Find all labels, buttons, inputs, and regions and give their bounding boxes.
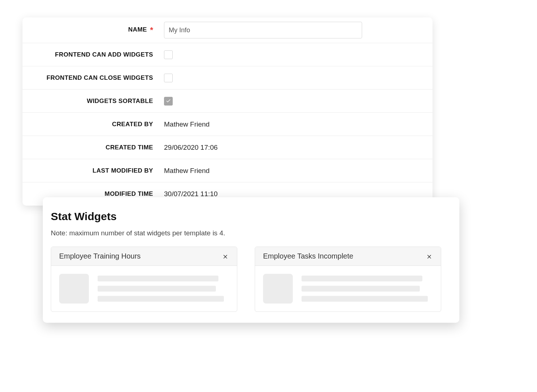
label-cell: NAME * bbox=[22, 25, 160, 35]
row-created-by: CREATED BY Mathew Friend bbox=[22, 113, 433, 136]
stat-widgets-title: Stat Widgets bbox=[51, 210, 451, 223]
modified-time-value: 30/07/2021 11:10 bbox=[164, 190, 218, 198]
stat-cards-row: Employee Training Hours Employee Tasks I… bbox=[51, 247, 451, 312]
label-cell: CREATED BY bbox=[22, 121, 160, 128]
created-by-label: CREATED BY bbox=[112, 121, 153, 128]
name-input[interactable] bbox=[164, 22, 362, 38]
skeleton-line bbox=[302, 276, 422, 281]
can-close-widgets-label: FRONTEND CAN CLOSE WIDGETS bbox=[46, 74, 153, 81]
stat-card: Employee Tasks Incomplete bbox=[255, 247, 441, 312]
skeleton-line bbox=[98, 276, 218, 281]
stat-card-body bbox=[255, 266, 441, 311]
created-by-value: Mathew Friend bbox=[164, 120, 210, 128]
dashboard-template-form: NAME * FRONTEND CAN ADD WIDGETS FRONTEND… bbox=[22, 17, 433, 206]
row-last-modified-by: LAST MODIFIED BY Mathew Friend bbox=[22, 159, 433, 182]
x-icon bbox=[222, 253, 228, 259]
value-cell: Mathew Friend bbox=[160, 120, 433, 128]
stat-widgets-note: Note: maximum number of stat widgets per… bbox=[51, 229, 451, 237]
last-modified-by-label: LAST MODIFIED BY bbox=[93, 167, 153, 174]
stat-card-title: Employee Tasks Incomplete bbox=[263, 252, 353, 260]
last-modified-by-value: Mathew Friend bbox=[164, 167, 210, 175]
modified-time-label: MODIFIED TIME bbox=[104, 190, 153, 197]
value-cell bbox=[160, 22, 433, 38]
skeleton-lines bbox=[98, 276, 229, 302]
skeleton-thumb bbox=[263, 274, 293, 304]
label-cell: WIDGETS SORTABLE bbox=[22, 98, 160, 105]
can-add-widgets-checkbox[interactable] bbox=[164, 50, 173, 59]
widgets-sortable-label: WIDGETS SORTABLE bbox=[87, 98, 153, 104]
required-star-icon: * bbox=[150, 25, 153, 34]
label-cell: LAST MODIFIED BY bbox=[22, 167, 160, 174]
skeleton-thumb bbox=[59, 274, 89, 304]
created-time-label: CREATED TIME bbox=[106, 144, 153, 151]
stat-card-header: Employee Tasks Incomplete bbox=[255, 247, 441, 266]
stat-card-title: Employee Training Hours bbox=[59, 252, 141, 260]
value-cell bbox=[160, 50, 433, 59]
row-widgets-sortable: WIDGETS SORTABLE bbox=[22, 90, 433, 113]
widgets-sortable-checkbox[interactable] bbox=[164, 97, 173, 106]
value-cell: Mathew Friend bbox=[160, 167, 433, 175]
label-cell: FRONTEND CAN ADD WIDGETS bbox=[22, 51, 160, 58]
skeleton-line bbox=[98, 296, 224, 302]
stat-card-body bbox=[51, 266, 237, 311]
skeleton-line bbox=[302, 286, 420, 292]
value-cell: 29/06/2020 17:06 bbox=[160, 144, 433, 152]
created-time-value: 29/06/2020 17:06 bbox=[164, 144, 218, 152]
x-icon bbox=[426, 253, 432, 259]
stat-card: Employee Training Hours bbox=[51, 247, 237, 312]
row-can-close-widgets: FRONTEND CAN CLOSE WIDGETS bbox=[22, 66, 433, 90]
label-cell: CREATED TIME bbox=[22, 144, 160, 151]
row-can-add-widgets: FRONTEND CAN ADD WIDGETS bbox=[22, 43, 433, 66]
value-cell: 30/07/2021 11:10 bbox=[160, 190, 433, 198]
label-cell: MODIFIED TIME bbox=[22, 190, 160, 198]
skeleton-line bbox=[98, 286, 216, 292]
label-cell: FRONTEND CAN CLOSE WIDGETS bbox=[22, 74, 160, 82]
can-close-widgets-checkbox[interactable] bbox=[164, 74, 173, 82]
close-icon[interactable] bbox=[222, 253, 229, 260]
value-cell bbox=[160, 74, 433, 82]
skeleton-lines bbox=[302, 276, 433, 302]
close-icon[interactable] bbox=[426, 253, 433, 260]
check-icon bbox=[165, 98, 171, 104]
can-add-widgets-label: FRONTEND CAN ADD WIDGETS bbox=[55, 51, 153, 58]
skeleton-line bbox=[302, 296, 428, 302]
value-cell bbox=[160, 97, 433, 106]
row-created-time: CREATED TIME 29/06/2020 17:06 bbox=[22, 136, 433, 159]
stat-widgets-panel: Stat Widgets Note: maximum number of sta… bbox=[43, 197, 459, 323]
stat-card-header: Employee Training Hours bbox=[51, 247, 237, 266]
row-name: NAME * bbox=[22, 17, 433, 43]
name-label: NAME bbox=[128, 26, 147, 33]
